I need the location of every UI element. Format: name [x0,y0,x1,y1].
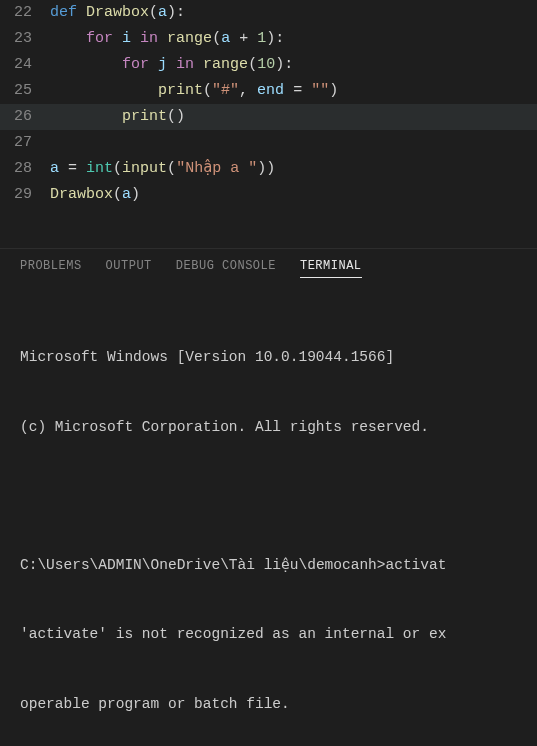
terminal-line: (c) Microsoft Corporation. All rights re… [20,416,517,439]
line-number: 28 [0,156,50,182]
line-number: 24 [0,52,50,78]
panel-tabs: PROBLEMS OUTPUT DEBUG CONSOLE TERMINAL [0,249,537,286]
tab-output[interactable]: OUTPUT [106,259,152,278]
code-line[interactable]: 29 Drawbox(a) [0,182,537,208]
code-content: print("#", end = "") [50,78,338,104]
line-number: 22 [0,0,50,26]
tab-terminal[interactable]: TERMINAL [300,259,362,278]
terminal-line: 'activate' is not recognized as an inter… [20,623,517,646]
code-content: print() [50,104,185,130]
line-number: 29 [0,182,50,208]
line-number: 26 [0,104,50,130]
code-line[interactable]: 27 [0,130,537,156]
terminal-line: operable program or batch file. [20,693,517,716]
line-number: 25 [0,78,50,104]
code-editor[interactable]: 22 def Drawbox(a): 23 for i in range(a +… [0,0,537,208]
code-content: Drawbox(a) [50,182,140,208]
code-line[interactable]: 26 print() [0,104,537,130]
terminal-line: C:\Users\ADMIN\OneDrive\Tài liệu\democan… [20,554,517,577]
code-content: a = int(input("Nhập a ")) [50,156,275,182]
code-line[interactable]: 24 for j in range(10): [0,52,537,78]
terminal-line [20,486,517,508]
terminal-line: Microsoft Windows [Version 10.0.19044.15… [20,346,517,369]
terminal-output[interactable]: Microsoft Windows [Version 10.0.19044.15… [0,286,537,746]
code-content: def Drawbox(a): [50,0,185,26]
code-line[interactable]: 25 print("#", end = "") [0,78,537,104]
tab-debug-console[interactable]: DEBUG CONSOLE [176,259,276,278]
line-number: 23 [0,26,50,52]
code-content: for j in range(10): [50,52,293,78]
code-line[interactable]: 28 a = int(input("Nhập a ")) [0,156,537,182]
line-number: 27 [0,130,50,156]
code-content: for i in range(a + 1): [50,26,284,52]
code-line[interactable]: 23 for i in range(a + 1): [0,26,537,52]
tab-problems[interactable]: PROBLEMS [20,259,82,278]
bottom-panel: PROBLEMS OUTPUT DEBUG CONSOLE TERMINAL M… [0,248,537,746]
code-line[interactable]: 22 def Drawbox(a): [0,0,537,26]
